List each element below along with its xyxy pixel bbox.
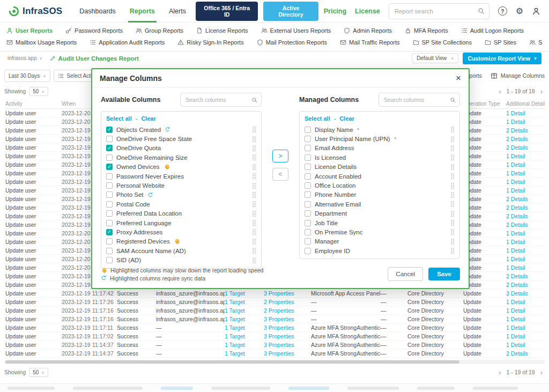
cancel-button[interactable]: Cancel — [388, 267, 423, 281]
column-option-office-location[interactable]: Office Location⣿ — [305, 181, 455, 190]
checkbox[interactable] — [305, 201, 311, 208]
column-option-manager[interactable]: Manager⣿ — [305, 237, 455, 246]
drag-handle-icon[interactable]: ⣿ — [252, 145, 256, 151]
manage-columns-button[interactable]: Manage Columns — [491, 72, 545, 79]
license-link[interactable]: License — [355, 8, 380, 15]
details-link[interactable]: 1 Detail — [506, 342, 545, 348]
date-range-select[interactable]: Last 30 Days ∨ — [4, 70, 50, 82]
checkbox[interactable] — [305, 145, 311, 151]
details-link[interactable]: 3 Properties — [264, 316, 311, 322]
details-link[interactable]: 1 Detail — [506, 239, 545, 245]
drag-handle-icon[interactable]: ⣿ — [252, 201, 256, 207]
checkbox[interactable] — [106, 210, 113, 217]
checkbox[interactable] — [305, 229, 311, 235]
report-nav-license-reports[interactable]: License Reports — [196, 27, 248, 34]
details-link[interactable]: 3 Details — [506, 290, 545, 297]
office365-entra-button[interactable]: Office 365 / Entra ID — [196, 2, 258, 21]
details-link[interactable]: 1 Detail — [506, 110, 545, 116]
drag-handle-icon[interactable]: ⣿ — [252, 154, 256, 160]
drag-handle-icon[interactable]: ⣿ — [450, 229, 455, 235]
details-link[interactable]: 2 Details — [506, 273, 545, 279]
nav-reports[interactable]: Reports — [130, 8, 155, 15]
report-nav-audit-logon-reports[interactable]: Audit Logon Reports — [461, 27, 524, 34]
details-link[interactable]: 1 Detail — [506, 333, 545, 339]
drag-handle-icon[interactable]: ⣿ — [252, 164, 256, 170]
report-nav-mailbox-usage-reports[interactable]: Mailbox Usage Reports — [6, 39, 77, 46]
drag-handle-icon[interactable]: ⣿ — [252, 229, 256, 235]
drag-handle-icon[interactable]: ⣿ — [450, 164, 455, 170]
column-option-postal-code[interactable]: Postal Code⣿ — [106, 199, 256, 209]
details-link[interactable]: 1 Detail — [506, 161, 545, 168]
checkbox[interactable] — [305, 182, 311, 189]
details-link[interactable]: 1 Target — [225, 342, 264, 348]
checkbox[interactable] — [305, 220, 311, 226]
column-option-password-never-expires[interactable]: Password Never Expires⣿ — [106, 172, 256, 181]
drag-handle-icon[interactable]: ⣿ — [450, 183, 455, 189]
checkbox[interactable] — [106, 201, 113, 208]
details-link[interactable]: 1 Target — [225, 324, 264, 331]
checkbox[interactable] — [106, 248, 113, 254]
drag-handle-icon[interactable]: ⣿ — [450, 239, 455, 245]
search-icon[interactable] — [478, 8, 485, 14]
app-selector[interactable]: infrasos.app ∨ — [8, 55, 42, 61]
details-link[interactable]: 2 Details — [506, 196, 545, 202]
checkbox[interactable]: ✓ — [106, 145, 113, 151]
select-all-link[interactable]: Select all — [305, 115, 330, 122]
column-option-display-name[interactable]: Display Name*⣿ — [305, 125, 455, 134]
column-option-license-details[interactable]: License Details⣿ — [305, 162, 455, 172]
move-left-button[interactable]: < — [272, 168, 288, 181]
column-option-registered-devices[interactable]: Registered Devices⣿ — [106, 237, 256, 246]
drag-handle-icon[interactable]: ⣿ — [252, 248, 256, 254]
details-link[interactable]: 1 Detail — [506, 247, 545, 254]
column-option-onedrive-quota[interactable]: ✓OneDrive Quota⣿ — [106, 144, 256, 153]
column-option-department[interactable]: Department⣿ — [305, 209, 455, 218]
report-nav-mail-protection-reports[interactable]: Mail Protection Reports — [257, 39, 327, 46]
nav-alerts[interactable]: Alerts — [169, 8, 186, 15]
page-size-select[interactable]: 50 ∨ — [29, 368, 48, 377]
checkbox[interactable] — [305, 210, 311, 217]
details-link[interactable]: 1 Detail — [506, 316, 545, 322]
nav-dashboards[interactable]: Dashboards — [79, 8, 115, 15]
drag-handle-icon[interactable]: ⣿ — [252, 183, 256, 189]
report-nav-sp-site-collections[interactable]: SP Site Collections — [413, 39, 472, 46]
drag-handle-icon[interactable]: ⣿ — [450, 192, 455, 198]
details-link[interactable]: 1 Target — [225, 307, 264, 314]
report-nav-group-reports[interactable]: Group Reports — [136, 27, 183, 34]
prev-page-icon[interactable]: ‹ — [499, 369, 501, 376]
details-link[interactable]: 1 Detail — [506, 119, 545, 125]
search-icon[interactable] — [450, 97, 456, 103]
clear-link[interactable]: Clear — [339, 115, 354, 122]
details-link[interactable]: 1 Detail — [506, 170, 545, 176]
details-link[interactable]: 3 Properties — [264, 324, 311, 331]
checkbox[interactable] — [305, 136, 311, 142]
drag-handle-icon[interactable]: ⣿ — [252, 211, 256, 217]
details-link[interactable]: 2 Details — [506, 136, 545, 142]
drag-handle-icon[interactable]: ⣿ — [450, 127, 455, 132]
report-nav-admin-reports[interactable]: Admin Reports — [344, 27, 392, 34]
details-link[interactable]: 2 Details — [506, 204, 545, 211]
managed-columns-search-input[interactable] — [383, 96, 450, 103]
prev-page-icon[interactable]: ‹ — [499, 88, 501, 95]
checkbox[interactable] — [106, 182, 113, 189]
column-option-owned-devices[interactable]: ✓Owned Devices⣿ — [106, 162, 256, 172]
details-link[interactable]: 2 Details — [506, 282, 545, 288]
search-icon[interactable] — [251, 97, 257, 103]
settings-gear-icon[interactable]: ⚙ — [516, 7, 523, 16]
report-nav-sp-site-users[interactable]: SP Site Users — [529, 39, 543, 46]
column-option-alternative-email[interactable]: Alternative Email⣿ — [305, 199, 455, 209]
checkbox[interactable]: ✓ — [106, 127, 113, 133]
horizontal-scrollbar[interactable] — [4, 360, 545, 364]
column-option-employee-id[interactable]: Employee ID⣿ — [305, 246, 455, 255]
drag-handle-icon[interactable]: ⣿ — [450, 154, 455, 160]
drag-handle-icon[interactable]: ⣿ — [450, 248, 455, 254]
details-link[interactable]: 1 Target — [225, 290, 264, 297]
details-link[interactable]: 1 Target — [225, 350, 264, 357]
details-link[interactable]: 1 Target — [225, 299, 264, 305]
details-link[interactable]: 2 Details — [506, 213, 545, 219]
drag-handle-icon[interactable]: ⣿ — [450, 211, 455, 217]
report-search-input[interactable] — [394, 8, 478, 15]
drag-handle-icon[interactable]: ⣿ — [252, 239, 256, 245]
drag-handle-icon[interactable]: ⣿ — [252, 127, 256, 132]
details-link[interactable]: 1 Target — [225, 333, 264, 339]
customize-report-view-button[interactable]: Customize Report View ∨ — [463, 53, 541, 64]
